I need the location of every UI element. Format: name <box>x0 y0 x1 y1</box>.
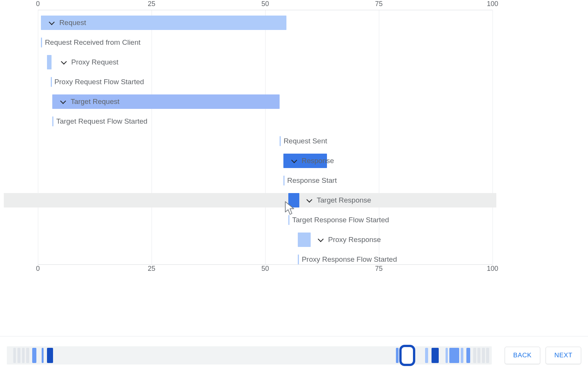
timeline-row-proxy-response[interactable]: Proxy Response <box>4 233 496 247</box>
minimap-segment <box>22 348 25 363</box>
chevron-down-icon[interactable] <box>291 157 298 164</box>
span-label: Target Request <box>60 97 119 106</box>
chevron-down-icon[interactable] <box>60 98 67 105</box>
span-label: Request <box>48 19 86 27</box>
minimap-segment <box>477 348 480 363</box>
axis-tick-label: 100 <box>487 265 498 273</box>
span-label: Request Sent <box>283 137 327 145</box>
span-label-text: Target Response <box>317 196 371 204</box>
span-label: Response <box>291 157 334 165</box>
next-button[interactable]: NEXT <box>546 347 581 364</box>
span-label-text: Response <box>302 157 334 165</box>
axis-tick-label: 0 <box>36 265 40 273</box>
minimap-segment <box>32 348 37 363</box>
minimap-segment <box>486 348 489 363</box>
span-label: Proxy Response Flow Started <box>302 255 397 264</box>
timeline-row-target-request[interactable]: Target Request <box>4 94 496 109</box>
axis-tick-label: 75 <box>375 0 383 8</box>
timeline-minimap[interactable] <box>7 346 492 365</box>
axis-tick-label: 75 <box>375 265 383 273</box>
axis-tick-label: 0 <box>36 0 40 8</box>
instant-marker <box>52 116 53 126</box>
minimap-segment <box>17 348 20 363</box>
minimap-segment <box>432 348 439 363</box>
minimap-segment <box>42 348 44 363</box>
span-label-text: Proxy Request <box>71 58 119 66</box>
timeline-row-response[interactable]: Response <box>4 154 496 168</box>
axis-top: 0255075100 <box>38 2 493 10</box>
timeline-row-request-received[interactable]: Request Received from Client <box>4 35 496 50</box>
back-button[interactable]: BACK <box>505 347 541 364</box>
instant-marker <box>51 77 52 87</box>
span-label: Target Response <box>306 196 371 204</box>
span-label: Response Start <box>287 176 337 185</box>
span-label: Proxy Response <box>317 236 381 244</box>
timeline-row-response-start[interactable]: Response Start <box>4 173 496 188</box>
minimap-segment <box>466 348 470 363</box>
axis-tick-label: 50 <box>261 265 269 273</box>
span-label-text: Request <box>59 19 86 27</box>
axis-tick-label: 25 <box>148 0 155 8</box>
timeline-row-request[interactable]: Request <box>4 16 496 30</box>
minimap-segment <box>26 348 29 363</box>
instant-marker <box>298 255 299 264</box>
chevron-down-icon[interactable] <box>48 19 55 26</box>
minimap-segment <box>446 348 448 363</box>
timeline-row-proxy-request[interactable]: Proxy Request <box>4 55 496 69</box>
minimap-segment <box>461 348 464 363</box>
instant-marker <box>280 136 281 146</box>
span-bar[interactable] <box>47 55 52 69</box>
minimap-segment <box>482 348 485 363</box>
span-label: Proxy Request Flow Started <box>55 78 144 86</box>
minimap-segment <box>425 348 428 363</box>
span-label: Request Received from Client <box>45 38 140 47</box>
axis-tick-label: 25 <box>148 265 155 273</box>
minimap-segment <box>449 348 459 363</box>
span-label: Target Request Flow Started <box>56 117 147 126</box>
axis-tick-label: 100 <box>487 0 498 8</box>
timeline-row-target-req-flow[interactable]: Target Request Flow Started <box>4 114 496 129</box>
minimap-segment <box>47 348 53 363</box>
instant-marker <box>283 176 285 185</box>
chevron-down-icon[interactable] <box>317 236 324 243</box>
minimap-segment <box>396 348 398 363</box>
instant-marker <box>288 215 289 225</box>
timeline-row-target-response[interactable]: Target Response <box>4 193 496 207</box>
minimap-cursor[interactable] <box>399 345 415 366</box>
timeline-row-request-sent[interactable]: Request Sent <box>4 134 496 148</box>
instant-marker <box>41 38 42 47</box>
chevron-down-icon[interactable] <box>306 197 313 204</box>
span-label: Proxy Request <box>61 58 119 66</box>
span-bar[interactable] <box>298 233 311 247</box>
minimap-segment <box>13 348 16 363</box>
span-bar[interactable] <box>288 193 299 207</box>
span-label-text: Target Request <box>70 97 119 106</box>
axis-tick-label: 50 <box>261 0 269 8</box>
timeline-row-target-resp-flow[interactable]: Target Response Flow Started <box>4 213 496 227</box>
timeline-plot[interactable]: RequestRequest Received from ClientProxy… <box>38 10 493 265</box>
chevron-down-icon[interactable] <box>61 59 67 66</box>
span-label: Target Response Flow Started <box>292 216 389 224</box>
span-label-text: Proxy Response <box>328 236 381 244</box>
axis-bottom: 0255075100 <box>38 265 493 273</box>
footer-bar: BACK NEXT <box>0 336 588 374</box>
trace-timeline: 0255075100 RequestRequest Received from … <box>4 0 508 273</box>
timeline-row-proxy-req-flow[interactable]: Proxy Request Flow Started <box>4 75 496 89</box>
minimap-segment <box>473 348 476 363</box>
